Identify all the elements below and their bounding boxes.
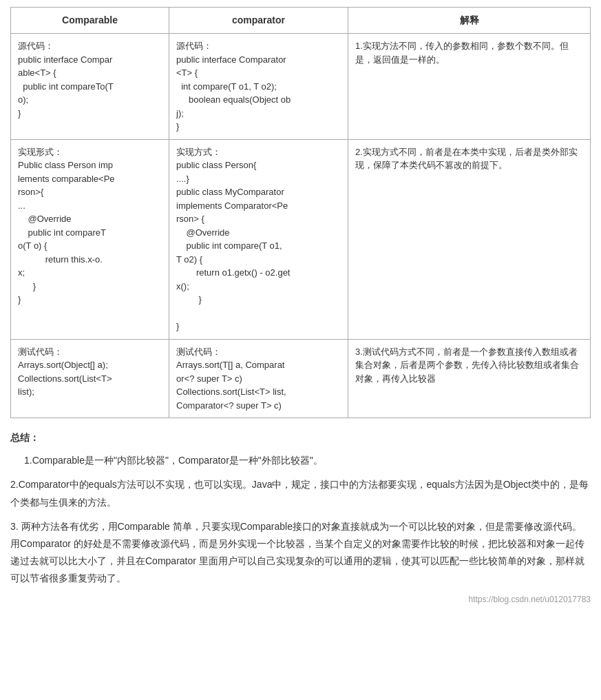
table-row: 实现形式： Public class Person imp lements co… [11,139,591,339]
cell-1-1: 实现方式： public class Person{ ....} public … [169,139,348,339]
cell-0-1: 源代码： public interface Comparator <T> { i… [169,34,348,140]
cell-2-0: 测试代码： Arrays.sort(Object[] a); Collectio… [11,339,169,418]
cell-0-0: 源代码： public interface Compar able<T> { p… [11,34,169,140]
summary-title: 总结： [10,429,591,446]
page-container: Comparable comparator 解释 源代码： public int… [0,0,601,611]
summary-item-3: 3. 两种方法各有优劣，用Comparable 简单，只要实现Comparabl… [10,518,591,588]
summary-section: 总结： 1.Comparable是一种"内部比较器"，Comparator是一种… [10,429,591,588]
cell-2-2: 3.测试代码方式不同，前者是一个参数直接传入数组或者集合对象，后者是两个参数，先… [348,339,591,418]
header-comparator: comparator [169,8,348,34]
header-comparable: Comparable [11,8,169,34]
comparison-table: Comparable comparator 解释 源代码： public int… [10,7,591,418]
header-jiejie: 解释 [348,8,591,34]
cell-0-2: 1.实现方法不同，传入的参数相同，参数个数不同。但是，返回值是一样的。 [348,34,591,140]
cell-1-0: 实现形式： Public class Person imp lements co… [11,139,169,339]
summary-item-1: 1.Comparable是一种"内部比较器"，Comparator是一种"外部比… [10,452,591,469]
summary-item-2: 2.Comparator中的equals方法可以不实现，也可以实现。Java中，… [10,476,591,511]
cell-2-1: 测试代码： Arrays.sort(T[] a, Comparat or<? s… [169,339,348,418]
cell-1-2: 2.实现方式不同，前者是在本类中实现，后者是类外部实现，保障了本类代码不篡改的前… [348,139,591,339]
table-row: 源代码： public interface Compar able<T> { p… [11,34,591,140]
watermark: https://blog.csdn.net/u012017783 [10,595,591,604]
table-row: 测试代码： Arrays.sort(Object[] a); Collectio… [11,339,591,418]
